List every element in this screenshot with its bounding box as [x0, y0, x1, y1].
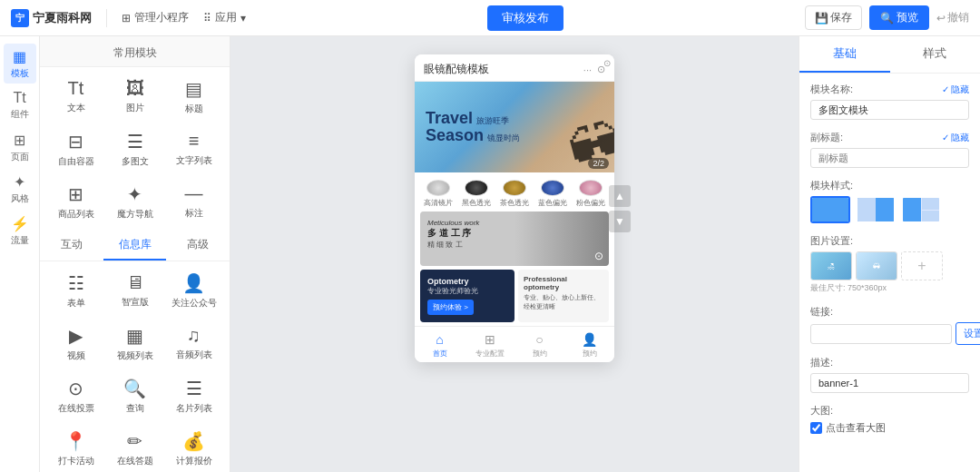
- sidebar-item-template[interactable]: ▦ 模板: [4, 44, 36, 84]
- optometry-title: Optometry: [427, 277, 507, 286]
- module-item-text-list[interactable]: ≡ 文字列表: [165, 123, 222, 174]
- optometry-btn[interactable]: 预约体验 >: [427, 300, 474, 315]
- module-item-title[interactable]: ▤ 标题: [165, 71, 222, 122]
- phone-header-icons: ··· ⊙: [583, 64, 605, 75]
- card-list-icon: ☰: [186, 378, 202, 399]
- tab-basic[interactable]: 基础: [799, 36, 890, 73]
- module-item-video[interactable]: ▶ 视频: [47, 318, 104, 369]
- multi-img-label: 多图文: [122, 155, 149, 168]
- module-name-hide-btn[interactable]: ✓ 隐藏: [942, 84, 969, 96]
- tab-style[interactable]: 样式: [890, 36, 981, 73]
- video-list-icon: ▦: [126, 325, 143, 347]
- module-item-form[interactable]: ☷ 表单: [47, 265, 104, 316]
- module-item-checkin[interactable]: 📍 打卡活动: [47, 423, 104, 472]
- module-item-vote[interactable]: ⊙ 在线投票: [47, 370, 104, 421]
- module-item-image[interactable]: 🖼 图片: [106, 71, 163, 122]
- module-item-text[interactable]: Tt 文本: [47, 71, 104, 122]
- sidebar-item-component[interactable]: Tt 组件: [4, 85, 36, 125]
- lens-item-5[interactable]: 粉色偏光: [574, 180, 607, 208]
- module-name-input[interactable]: [810, 100, 969, 120]
- lens-item-3[interactable]: 茶色透光: [498, 180, 531, 208]
- link-input-row: 设置链接: [810, 322, 969, 345]
- scroll-down-button[interactable]: ▼: [609, 211, 631, 232]
- img-settings-row: 图片设置: 🏖 🕶 + 最佳尺寸: 750*360px: [810, 234, 969, 294]
- module-item-quiz[interactable]: ✏ 在线答题: [106, 423, 163, 472]
- multi-img-icon: ☰: [127, 131, 143, 152]
- lens-circle-3: [503, 180, 526, 196]
- module-item-card-list[interactable]: ☰ 名片列表: [165, 370, 222, 421]
- pricing-icon: 💰: [182, 430, 205, 452]
- query-label: 查询: [126, 402, 144, 415]
- card-list-label: 名片列表: [176, 402, 212, 415]
- manage-miniprogram[interactable]: ⊞ 管理小程序: [122, 10, 189, 25]
- module-item-multi-img[interactable]: ☰ 多图文: [106, 123, 163, 174]
- module-item-smartboard[interactable]: 🖥 智宣版: [106, 265, 163, 316]
- sidebar-item-traffic[interactable]: ⚡ 流量: [4, 211, 36, 251]
- large-img-checkbox[interactable]: [810, 422, 822, 434]
- apps-menu[interactable]: ⠿ 应用 ▾: [203, 10, 246, 25]
- vote-icon: ⊙: [68, 378, 83, 399]
- sidebar-item-page[interactable]: ⊞ 页面: [4, 127, 36, 167]
- phone-nav-config[interactable]: ⊞ 专业配置: [465, 332, 514, 359]
- module-item-annotation[interactable]: — 标注: [165, 176, 222, 227]
- subtitle-hide-btn[interactable]: ✓ 隐藏: [942, 132, 969, 144]
- module-item-free-container[interactable]: ⊟ 自由容器: [47, 123, 104, 174]
- tab-database[interactable]: 信息库: [103, 231, 167, 261]
- module-item-video-list[interactable]: ▦ 视频列表: [106, 318, 163, 369]
- title-icon: ▤: [185, 78, 202, 100]
- lens-row: 高清镜片 黑色透光 茶色透光 蓝色偏光: [420, 180, 609, 208]
- style-option-2[interactable]: [856, 196, 896, 223]
- subtitle-input[interactable]: [810, 148, 969, 168]
- preview-label: 预览: [897, 10, 918, 25]
- module-item-product-list[interactable]: ⊞ 商品列表: [47, 176, 104, 227]
- traffic-label: 流量: [11, 234, 29, 247]
- module-style-row: 模块样式:: [810, 179, 969, 223]
- tab-interactive[interactable]: 互动: [40, 231, 103, 261]
- phone-nav-user[interactable]: 👤 预约: [564, 332, 614, 359]
- config-label: 专业配置: [475, 349, 505, 359]
- desc-row: 描述:: [810, 356, 969, 393]
- save-button[interactable]: 💾 保存: [805, 5, 862, 30]
- component-icon: Tt: [13, 90, 25, 106]
- module-item-follow[interactable]: 👤 关注公众号: [165, 265, 222, 316]
- checkin-icon: 📍: [64, 430, 87, 452]
- large-img-checkbox-row: 点击查看大图: [810, 421, 969, 435]
- lens-item-4[interactable]: 蓝色偏光: [536, 180, 569, 208]
- module-item-query[interactable]: 🔍 查询: [106, 370, 163, 421]
- link-input[interactable]: [810, 324, 952, 344]
- sidebar-item-style[interactable]: ✦ 风格: [4, 169, 36, 209]
- optometry-edit-icon[interactable]: ⊙: [603, 58, 611, 68]
- home-label: 首页: [433, 349, 447, 359]
- scroll-up-button[interactable]: ▲: [609, 185, 631, 207]
- right-panel-content: 模块名称: ✓ 隐藏 副标题: ✓ 隐藏: [799, 74, 980, 472]
- topbar-right: 💾 保存 🔍 预览 ↩ 撤销: [805, 5, 969, 30]
- style-3-cell-2: [922, 198, 940, 210]
- set-link-button[interactable]: 设置链接: [956, 322, 980, 345]
- lens-item-1[interactable]: 高清镜片: [422, 180, 455, 208]
- desc-input[interactable]: [810, 373, 969, 393]
- phone-mockup: 眼镜配镜模板 ··· ⊙ Travel 旅游旺季 Season: [415, 54, 614, 362]
- phone-nav-reserve[interactable]: ○ 预约: [514, 332, 564, 359]
- img-add-button[interactable]: +: [901, 251, 943, 280]
- more-icon[interactable]: ···: [583, 64, 592, 75]
- publish-button[interactable]: 审核发布: [487, 5, 564, 31]
- module-item-audio-list[interactable]: ♫ 音频列表: [165, 318, 222, 369]
- img-thumb-1[interactable]: 🏖: [810, 251, 852, 280]
- large-img-row: 大图: 点击查看大图: [810, 404, 969, 435]
- style-3-preview: [903, 198, 939, 221]
- save-label: 保存: [830, 10, 852, 25]
- module-item-pricing[interactable]: 💰 计算报价: [165, 423, 222, 472]
- module-panel-header: 常用模块: [40, 36, 230, 67]
- work-edit-icon[interactable]: ⊙: [594, 250, 603, 262]
- phone-nav-home[interactable]: ⌂ 首页: [415, 332, 465, 359]
- style-option-3[interactable]: [901, 196, 941, 223]
- reserve-label: 预约: [533, 349, 547, 359]
- magic-nav-icon: ✦: [127, 183, 142, 205]
- lens-item-2[interactable]: 黑色透光: [460, 180, 493, 208]
- img-thumb-2[interactable]: 🕶: [856, 251, 897, 280]
- style-option-1[interactable]: [810, 196, 850, 223]
- undo-button[interactable]: ↩ 撤销: [936, 10, 969, 25]
- tab-advanced[interactable]: 高级: [166, 231, 230, 261]
- preview-button[interactable]: 🔍 预览: [869, 5, 929, 30]
- module-item-magic-nav[interactable]: ✦ 魔方导航: [106, 176, 163, 227]
